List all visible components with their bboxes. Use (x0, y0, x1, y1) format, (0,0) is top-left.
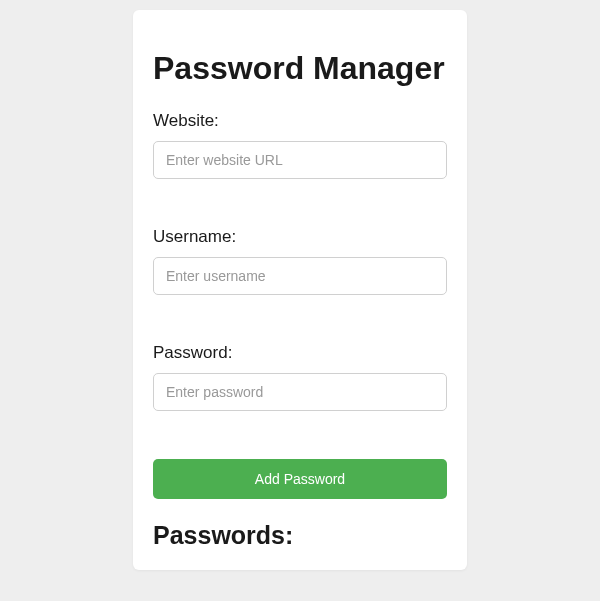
password-label: Password: (153, 343, 447, 363)
username-input[interactable] (153, 257, 447, 295)
password-input[interactable] (153, 373, 447, 411)
passwords-list-heading: Passwords: (153, 521, 447, 550)
website-label: Website: (153, 111, 447, 131)
website-field-group: Website: (153, 111, 447, 179)
username-label: Username: (153, 227, 447, 247)
page-title: Password Manager (153, 50, 447, 87)
website-input[interactable] (153, 141, 447, 179)
password-field-group: Password: (153, 343, 447, 411)
add-password-button[interactable]: Add Password (153, 459, 447, 499)
username-field-group: Username: (153, 227, 447, 295)
password-manager-card: Password Manager Website: Username: Pass… (133, 10, 467, 570)
